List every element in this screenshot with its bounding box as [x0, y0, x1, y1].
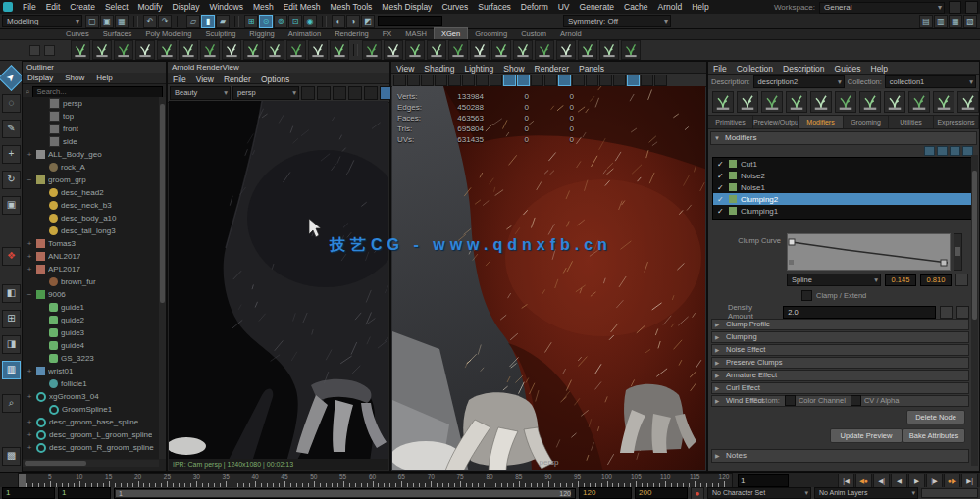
groom-part-icon[interactable] [556, 40, 576, 60]
auto-key-icon[interactable]: ● [691, 487, 704, 499]
shelf-tab-switcher-icon[interactable] [29, 45, 40, 56]
menu-deform[interactable]: Deform [516, 0, 553, 14]
layout-outliner-persp[interactable]: ▥ [2, 361, 21, 379]
outliner-horizontal-scrollbar[interactable] [23, 460, 159, 467]
wireframe-icon[interactable] [490, 75, 502, 86]
shelf-tab-sculpting[interactable]: Sculpting [198, 28, 242, 39]
tree-expander[interactable]: + [26, 367, 33, 375]
groom-select-icon[interactable] [362, 40, 382, 60]
modifier-visibility-check[interactable]: ✓ [717, 207, 725, 216]
outliner-item-brown-fur[interactable]: brown_fur [23, 275, 159, 288]
modeling-toolkit-icon[interactable]: ▧ [963, 15, 977, 28]
ipr-render-icon[interactable]: ◑ [346, 15, 360, 28]
xgen-menu-file[interactable]: File [708, 62, 732, 74]
modifier-visibility-check[interactable]: ✓ [717, 183, 725, 192]
menu-mesh-display[interactable]: Mesh Display [377, 0, 437, 14]
shelf-tab-grooming[interactable]: Grooming [468, 28, 514, 39]
groom-comb-icon[interactable] [786, 91, 807, 113]
outliner-item-follicle1[interactable]: follicle1 [23, 377, 159, 390]
menu-uv[interactable]: UV [553, 0, 575, 14]
select-object-icon[interactable]: ▮ [201, 15, 215, 28]
groom-comb-icon[interactable] [157, 40, 177, 60]
current-frame-field[interactable] [738, 474, 789, 487]
bake-attributes-button[interactable]: Bake Attributes [903, 428, 965, 443]
groom-length-icon[interactable] [810, 91, 832, 113]
snap-curve-icon[interactable]: ⊙ [259, 15, 273, 28]
select-camera-icon[interactable] [393, 75, 406, 86]
menu-surfaces[interactable]: Surfaces [473, 0, 516, 14]
range-slider-bar[interactable]: 1 120 [114, 488, 576, 499]
outliner-item-guide2[interactable]: guide2 [23, 314, 159, 326]
motion-blur-icon[interactable] [572, 75, 585, 86]
delete-node-button[interactable]: Delete Node [906, 410, 965, 424]
depth-of-field-icon[interactable] [599, 75, 612, 86]
symmetry-dropdown[interactable]: Symmetry: Off [563, 15, 671, 27]
select-hierarchy-icon[interactable]: ▱ [186, 15, 200, 28]
move-tool[interactable]: + [2, 145, 21, 164]
menu-mesh[interactable]: Mesh [248, 0, 279, 14]
menu-modify[interactable]: Modify [133, 0, 168, 14]
window-layout-icon[interactable] [965, 1, 978, 14]
render-view-menu-view[interactable]: View [191, 73, 219, 83]
add-modifier-icon[interactable] [924, 146, 935, 156]
animation-start-field[interactable]: 1 [2, 487, 55, 499]
xgen-menu-description[interactable]: Description [778, 62, 830, 74]
outliner-item-all-body-geo[interactable]: +ALL_Body_geo [23, 148, 159, 161]
tree-expander[interactable]: + [26, 418, 33, 426]
anim-layer-dropdown[interactable]: No Anim Layers [814, 487, 918, 499]
gamma-icon[interactable] [654, 75, 667, 86]
menu-curves[interactable]: Curves [437, 0, 473, 14]
modifier-cut1[interactable]: ✓Cut1 [713, 158, 974, 170]
notes-section[interactable]: Notes [711, 449, 969, 463]
grease-pencil-icon[interactable] [476, 75, 489, 86]
exposure-icon[interactable] [641, 75, 653, 86]
xgen-tab-expressions[interactable]: Expressions [934, 116, 979, 128]
outliner-item-groom-grp[interactable]: −groom_grp [23, 174, 159, 186]
viewport-menu-view[interactable]: View [391, 62, 419, 73]
density-value-field[interactable]: 2.0 [783, 306, 936, 319]
tree-expander[interactable]: + [26, 150, 33, 159]
modifier-noise1[interactable]: ✓Noise1 [713, 181, 974, 193]
go-to-start-button[interactable]: |◀ [838, 474, 854, 488]
quick-input-field[interactable] [378, 16, 442, 26]
outliner-item-top[interactable]: top [23, 110, 159, 123]
go-to-end-button[interactable]: ▶| [961, 474, 978, 488]
modifier-visibility-check[interactable]: ✓ [717, 160, 725, 169]
shelf-tab-rigging[interactable]: Rigging [242, 28, 281, 39]
menu-set-dropdown[interactable]: Modeling [2, 15, 82, 27]
layout-four[interactable]: ⊞ [2, 310, 21, 328]
animation-end-field[interactable]: 200 [635, 487, 688, 499]
ramp-swatch-icon[interactable] [955, 274, 968, 286]
shelf-tab-mash[interactable]: MASH [398, 28, 434, 39]
use-lights-icon[interactable] [531, 75, 543, 86]
description-dropdown[interactable]: description2 [753, 75, 845, 88]
groom-noise-icon[interactable] [286, 40, 306, 60]
xgen-collection-icon[interactable] [92, 40, 112, 60]
tree-expander[interactable]: + [26, 239, 33, 248]
shelf-tab-poly-modeling[interactable]: Poly Modeling [138, 28, 198, 39]
groom-select-icon[interactable] [712, 91, 734, 113]
groom-twist-icon[interactable] [427, 40, 446, 60]
outliner-item-9006[interactable]: −9006 [23, 288, 159, 301]
outliner-menu-help[interactable]: Help [91, 73, 117, 83]
outliner-search-input[interactable] [32, 86, 163, 98]
groom-density-icon[interactable] [384, 40, 403, 60]
groom-direction-icon[interactable] [957, 91, 979, 113]
groom-attract-icon[interactable] [470, 40, 490, 60]
tree-expander[interactable]: + [26, 392, 33, 401]
section-clump-profile[interactable]: Clump Profile [711, 319, 969, 330]
groom-cut-icon[interactable] [179, 40, 198, 60]
tree-expander[interactable]: + [26, 430, 33, 439]
tree-expander[interactable]: + [26, 443, 33, 452]
channel-box-icon[interactable]: ▦ [949, 15, 962, 28]
menu-mesh-tools[interactable]: Mesh Tools [326, 0, 378, 14]
isolate-icon[interactable] [333, 86, 346, 100]
xgen-menu-collection[interactable]: Collection [732, 62, 778, 74]
interpolation-dropdown[interactable]: Spline [787, 274, 881, 286]
outliner-item-xggroom3-04[interactable]: +xgGroom3_04 [23, 390, 159, 403]
outliner-item-groomspline1[interactable]: GroomSpline1 [23, 403, 159, 416]
groom-place-icon[interactable] [761, 91, 783, 113]
viewport-menu-shading[interactable]: Shading [419, 62, 459, 73]
groom-direction-icon[interactable] [513, 40, 533, 60]
layout-single[interactable]: ◧ [2, 284, 21, 303]
